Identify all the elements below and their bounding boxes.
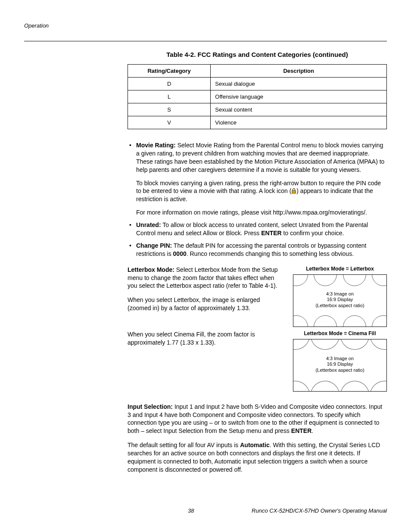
section-heading: Input Selection: <box>128 403 173 410</box>
letterbox-section-row-2: When you select Cinema Fill, the zoom fa… <box>128 330 387 392</box>
text-span: to confirm your choice. <box>282 230 344 236</box>
content-column: Table 4-2. FCC Ratings and Content Categ… <box>128 51 387 474</box>
ratings-table: Rating/Category Description D Sexual dia… <box>128 64 387 129</box>
table-header-category: Rating/Category <box>128 65 211 78</box>
diagram-line: (Letterbox aspect ratio) <box>315 303 364 308</box>
diagram-letterbox: 4:3 Image on 16:9 Display (Letterbox asp… <box>293 274 387 327</box>
bullet-sub-paragraph: For more information on movie ratings, p… <box>136 208 387 217</box>
letterbox-diagram-col: Letterbox Mode = Letterbox 4:3 Image on … <box>293 266 387 327</box>
table-row: S Sexual content <box>128 103 387 116</box>
table-cell-cat: D <box>128 78 211 90</box>
letterbox-para-3: When you select Cinema Fill, the zoom fa… <box>128 330 283 347</box>
table-cell-desc: Sexual dialogue <box>211 78 387 90</box>
svg-rect-0 <box>292 190 296 193</box>
table-row: V Violence <box>128 116 387 129</box>
bullet-unrated: Unrated: To allow or block access to unr… <box>128 221 387 237</box>
input-selection-para-2: The default setting for all four AV inpu… <box>128 441 387 474</box>
enter-key: ENTER <box>261 230 281 236</box>
lock-icon <box>291 188 296 194</box>
table-cell-cat: L <box>128 90 211 103</box>
manual-title: Runco CX-52HD/CX-57HD Owner's Operating … <box>252 507 387 514</box>
diagram-label-letterbox: Letterbox Mode = Letterbox <box>293 266 387 272</box>
table-header-row: Rating/Category Description <box>128 65 387 78</box>
enter-key: ENTER <box>291 427 311 434</box>
footer: 38 Runco CX-52HD/CX-57HD Owner's Operati… <box>24 507 387 514</box>
bullet-label: Change PIN: <box>136 242 172 249</box>
table-cell-desc: Offensive language <box>211 90 387 103</box>
bullet-label: Unrated: <box>136 221 161 228</box>
letterbox-diagram-col: Letterbox Mode = Cinema Fill 4:3 Image o… <box>293 330 387 392</box>
table-header-description: Description <box>211 65 387 78</box>
diagram-line: 4:3 Image on <box>326 291 354 296</box>
diagram-label-cinema-fill: Letterbox Mode = Cinema Fill <box>293 330 387 336</box>
pin-value: 0000 <box>173 250 187 257</box>
diagram-caption: 4:3 Image on 16:9 Display (Letterbox asp… <box>315 291 364 309</box>
section-heading: Letterbox Mode: <box>128 266 174 273</box>
letterbox-text-col: When you select Cinema Fill, the zoom fa… <box>128 330 283 392</box>
text-span: . Runco recommends changing this to some… <box>187 250 354 257</box>
table-cell-cat: V <box>128 116 211 129</box>
diagram-line: 16:9 Display <box>327 297 353 302</box>
diagram-line: (Letterbox aspect ratio) <box>315 367 364 373</box>
table-title: Table 4-2. FCC Ratings and Content Categ… <box>128 51 387 58</box>
diagram-line: 4:3 Image on <box>326 356 354 361</box>
bullet-label: Movie Rating: <box>136 142 176 149</box>
letterbox-para-1: Letterbox Mode: Select Letterbox Mode fr… <box>128 266 283 290</box>
text-span: The default setting for all four AV inpu… <box>128 442 240 448</box>
letterbox-para-2: When you select Letterbox, the image is … <box>128 296 283 312</box>
table-row: L Offensive language <box>128 90 387 103</box>
diagram-cinema-fill: 4:3 Image on 16:9 Display (Letterbox asp… <box>293 339 387 392</box>
header-rule <box>24 41 387 41</box>
diagram-line: 16:9 Display <box>327 361 353 367</box>
input-selection-para-1: Input Selection: Input 1 and Input 2 hav… <box>128 403 387 436</box>
automatic-label: Automatic <box>240 442 269 448</box>
table-cell-cat: S <box>128 103 211 116</box>
page: Operation Table 4-2. FCC Ratings and Con… <box>0 0 411 532</box>
table-cell-desc: Sexual content <box>211 103 387 116</box>
bullet-sub-paragraph: To block movies carrying a given rating,… <box>136 179 387 204</box>
bullet-change-pin: Change PIN: The default PIN for accessin… <box>128 242 387 258</box>
letterbox-section-row-1: Letterbox Mode: Select Letterbox Mode fr… <box>128 266 387 327</box>
table-cell-desc: Violence <box>211 116 387 129</box>
bullet-movie-rating: Movie Rating: Select Movie Rating from t… <box>128 141 387 217</box>
text-span: . <box>311 427 313 434</box>
diagram-caption: 4:3 Image on 16:9 Display (Letterbox asp… <box>315 356 364 373</box>
letterbox-text-col: Letterbox Mode: Select Letterbox Mode fr… <box>128 266 283 327</box>
page-number: 38 <box>188 507 194 514</box>
running-header: Operation <box>24 22 387 29</box>
table-row: D Sexual dialogue <box>128 78 387 90</box>
bullet-list: Movie Rating: Select Movie Rating from t… <box>128 141 387 258</box>
